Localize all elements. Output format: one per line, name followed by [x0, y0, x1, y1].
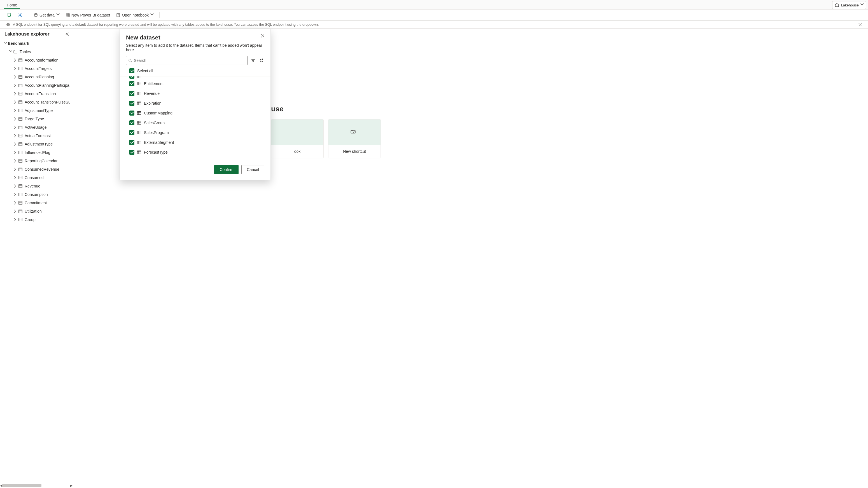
dialog-item-row[interactable]: Revenue [129, 89, 264, 98]
table-icon [137, 121, 141, 125]
item-checkbox[interactable] [129, 140, 134, 145]
dialog-item-row[interactable]: Entitlement [129, 78, 264, 89]
tree-table-label: Consumption [25, 192, 48, 197]
search-icon [128, 59, 132, 62]
item-label: SalesGroup [144, 121, 165, 125]
tree-table-label: ActiveUsage [25, 125, 47, 130]
tree-table-item[interactable]: Group [0, 216, 73, 224]
table-icon [18, 151, 23, 155]
get-data-button[interactable]: Get data [32, 11, 61, 20]
item-checkbox[interactable] [129, 150, 134, 155]
tree-table-label: Utilization [25, 209, 42, 214]
confirm-button[interactable]: Confirm [214, 165, 239, 174]
lakehouse-switcher[interactable]: Lakehouse [832, 1, 866, 9]
tree-table-item[interactable]: AccountPlanning [0, 73, 73, 81]
card-open-notebook[interactable]: ook [271, 119, 324, 158]
tree-root[interactable]: Benchmark [0, 39, 73, 47]
info-banner: A SQL endpoint for SQL querying and a de… [0, 21, 868, 29]
item-checkbox[interactable] [129, 130, 134, 135]
tree-table-item[interactable]: Commitment [0, 199, 73, 207]
tree-table-label: AccountTargets [25, 66, 52, 71]
table-icon [137, 92, 141, 95]
partial-item-row [129, 76, 264, 78]
cancel-button[interactable]: Cancel [241, 165, 264, 174]
table-icon [137, 76, 141, 78]
tree-table-item[interactable]: AdjustmentType [0, 140, 73, 148]
chevron-right-icon [13, 67, 18, 70]
item-checkbox[interactable] [129, 120, 134, 125]
table-icon [18, 108, 23, 112]
tree-table-item[interactable]: AccountInformation [0, 56, 73, 64]
tree-table-item[interactable]: ConsumedRevenue [0, 165, 73, 173]
chevron-down-icon [3, 42, 8, 45]
tree-table-item[interactable]: AccountTargets [0, 64, 73, 73]
item-checkbox[interactable] [129, 81, 134, 86]
tree-table-item[interactable]: TargetType [0, 115, 73, 123]
lakehouse-explorer: Lakehouse explorer Benchmark Tables Acco… [0, 29, 73, 488]
select-all-row[interactable]: Select all [120, 65, 271, 76]
tree-table-label: AccountTransition [25, 92, 56, 96]
tree-table-item[interactable]: Utilization [0, 207, 73, 216]
dialog-item-row[interactable]: CustomMapping [129, 108, 264, 118]
item-label: Expiration [144, 101, 161, 105]
tree-table-item[interactable]: AccountPlanningParticipa [0, 81, 73, 90]
explorer-tree[interactable]: Benchmark Tables AccountInformation Acco… [0, 39, 73, 483]
item-checkbox[interactable] [129, 76, 134, 78]
dialog-filter-button[interactable] [250, 58, 256, 63]
chevron-down-icon [150, 13, 154, 17]
new-pbi-label: New Power BI dataset [71, 13, 110, 18]
new-doc-button[interactable] [6, 11, 13, 19]
item-checkbox[interactable] [129, 101, 134, 106]
tab-home[interactable]: Home [4, 1, 20, 9]
chevron-right-icon [13, 201, 18, 204]
explorer-h-scrollbar[interactable]: ◀ ▶ [0, 483, 73, 488]
chevron-right-icon [13, 134, 18, 137]
chevron-right-icon [13, 193, 18, 196]
select-all-checkbox[interactable] [129, 68, 134, 73]
tree-table-item[interactable]: ActiveUsage [0, 123, 73, 131]
chevron-right-icon [13, 176, 18, 180]
settings-button[interactable] [16, 11, 24, 19]
confirm-label: Confirm [219, 167, 233, 172]
tree-table-item[interactable]: ActualForecast [0, 131, 73, 140]
get-data-label: Get data [39, 13, 55, 18]
table-icon [137, 140, 141, 144]
item-checkbox[interactable] [129, 91, 134, 96]
dialog-item-row[interactable]: Expiration [129, 98, 264, 108]
card-shortcut-label: New shortcut [343, 149, 366, 154]
dialog-item-row[interactable]: SalesProgram [129, 128, 264, 137]
dialog-search-input[interactable] [134, 58, 245, 63]
dialog-item-row[interactable]: ForecastType [129, 147, 264, 157]
table-icon [137, 150, 141, 154]
card-new-shortcut[interactable]: New shortcut [328, 119, 381, 158]
tree-table-item[interactable]: Consumption [0, 190, 73, 199]
dialog-table-list[interactable]: Entitlement Revenue Expiration CustomMap… [120, 76, 271, 161]
tree-table-item[interactable]: AccountTransition [0, 90, 73, 98]
open-notebook-button[interactable]: Open notebook [115, 11, 155, 20]
tree-table-item[interactable]: Consumed [0, 173, 73, 182]
collapse-explorer-button[interactable] [65, 32, 69, 36]
dialog-item-row[interactable]: ExternalSegment [129, 137, 264, 147]
dialog-close-button[interactable] [261, 34, 264, 37]
new-dataset-dialog: New dataset Select any item to add it to… [120, 29, 271, 180]
tree-table-item[interactable]: AccountTransitionPulseSu [0, 98, 73, 106]
tree-table-item[interactable]: InfluencedFlag [0, 148, 73, 157]
chevron-right-icon [13, 75, 18, 78]
item-label: Revenue [144, 91, 160, 96]
tree-table-label: TargetType [25, 117, 44, 121]
tree-tables[interactable]: Tables [0, 47, 73, 56]
tree-table-item[interactable]: AdjustmentType [0, 106, 73, 115]
dialog-search-box[interactable] [126, 56, 248, 65]
chevron-down-icon [56, 13, 60, 17]
chevron-right-icon [13, 117, 18, 121]
tree-table-item[interactable]: ReportingCalendar [0, 157, 73, 165]
new-pbi-dataset-button[interactable]: New Power BI dataset [64, 11, 112, 20]
table-icon [18, 193, 23, 196]
banner-close-button[interactable] [859, 23, 862, 26]
dialog-refresh-button[interactable] [259, 58, 264, 63]
tree-table-item[interactable]: Revenue [0, 182, 73, 190]
dialog-item-row[interactable]: SalesGroup [129, 118, 264, 128]
ribbon: Get data New Power BI dataset Open noteb… [0, 9, 868, 21]
table-icon [18, 142, 23, 146]
item-checkbox[interactable] [129, 110, 134, 116]
